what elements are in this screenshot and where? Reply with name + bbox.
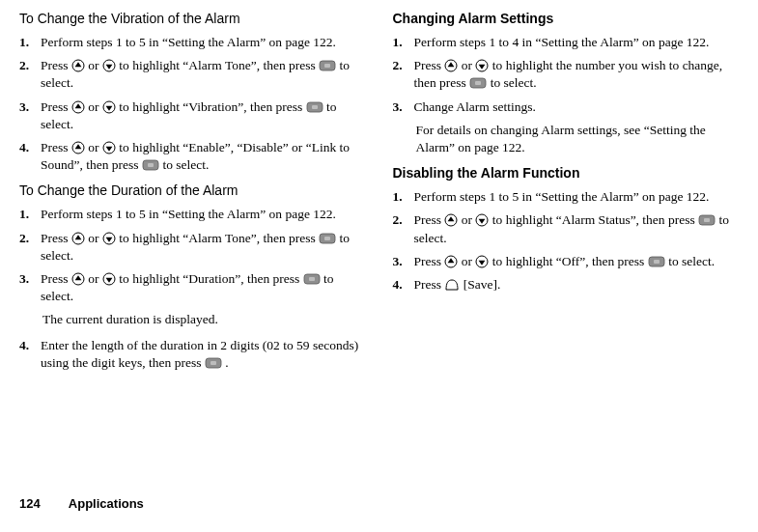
section-disabling-alarm-steps: 1.Perform steps 1 to 5 in “Setting the A… (393, 188, 740, 294)
nav-up-icon (71, 59, 85, 72)
svg-rect-7 (312, 105, 318, 109)
step-note: For details on changing Alarm settings, … (416, 122, 740, 156)
softkey-icon (444, 278, 460, 292)
nav-up-icon (71, 272, 85, 286)
step-number: 3. (393, 253, 414, 270)
nav-up-icon (444, 213, 458, 227)
nav-center-icon (469, 76, 487, 90)
nav-center-icon (303, 272, 321, 286)
step-item: 3.Press or to highlight “Off”, then pres… (393, 253, 740, 270)
step-item: 4.Press or to highlight “Enable”, “Disab… (19, 139, 366, 174)
svg-rect-19 (309, 277, 315, 281)
nav-up-icon (444, 59, 458, 72)
step-note: The current duration is displayed. (42, 311, 366, 328)
step-text: Press or to highlight “Vibration”, then … (41, 98, 366, 133)
section-disabling-alarm-title: Disabling the Alarm Function (393, 164, 740, 182)
right-column: Changing Alarm Settings 1.Perform steps … (393, 8, 740, 379)
step-text: Press or to highlight “Alarm Tone”, then… (41, 57, 366, 92)
step-text: Press [Save]. (414, 276, 740, 294)
nav-up-icon (71, 100, 85, 114)
nav-down-icon (475, 59, 489, 72)
nav-center-icon (306, 100, 323, 114)
svg-rect-21 (211, 361, 216, 365)
step-number: 3. (393, 98, 414, 116)
nav-center-icon (319, 232, 336, 245)
step-text: Enter the length of the duration in 2 di… (41, 337, 366, 372)
nav-center-icon (142, 158, 159, 172)
step-number: 4. (393, 276, 414, 294)
nav-down-icon (102, 232, 116, 245)
step-item: 2.Press or to highlight the number you w… (393, 57, 740, 92)
step-item: 1.Perform steps 1 to 5 in “Setting the A… (19, 34, 366, 51)
step-number: 4. (19, 337, 41, 354)
step-item: 4.Press [Save]. (393, 276, 740, 294)
page-footer: 124 Applications (19, 495, 144, 513)
section-change-vibration-steps: 1.Perform steps 1 to 5 in “Setting the A… (19, 34, 366, 175)
step-number: 4. (19, 139, 41, 156)
nav-down-icon (102, 272, 116, 286)
step-text: Press or to highlight “Off”, then press … (414, 253, 740, 270)
nav-down-icon (102, 59, 116, 72)
svg-rect-3 (324, 64, 330, 68)
nav-up-icon (444, 255, 458, 268)
page-number: 124 (19, 496, 41, 511)
step-number: 2. (19, 57, 41, 74)
footer-section-label: Applications (69, 496, 144, 511)
svg-rect-29 (704, 218, 710, 222)
nav-center-icon (648, 255, 665, 268)
step-text: Change Alarm settings. (414, 98, 740, 116)
section-changing-alarm-settings-title: Changing Alarm Settings (393, 10, 740, 28)
nav-center-icon (319, 59, 336, 72)
nav-down-icon (102, 141, 116, 154)
step-item: 1.Perform steps 1 to 5 in “Setting the A… (393, 188, 740, 206)
svg-rect-25 (475, 81, 481, 85)
nav-center-icon (698, 213, 716, 227)
nav-up-icon (71, 141, 85, 154)
step-text: Perform steps 1 to 5 in “Setting the Ala… (41, 34, 366, 51)
step-number: 2. (393, 57, 414, 74)
svg-rect-33 (654, 260, 660, 264)
step-item: 4.Enter the length of the duration in 2 … (19, 337, 366, 372)
step-text: Press or to highlight “Duration”, then p… (41, 270, 366, 305)
step-number: 3. (19, 270, 41, 288)
svg-rect-15 (324, 237, 330, 240)
step-number: 2. (393, 211, 414, 229)
step-text: Press or to highlight “Enable”, “Disable… (41, 139, 366, 174)
nav-down-icon (102, 100, 116, 114)
step-item: 2.Press or to highlight “Alarm Tone”, th… (19, 230, 366, 265)
nav-down-icon (475, 255, 489, 268)
step-text: Perform steps 1 to 4 in “Setting the Ala… (414, 34, 740, 51)
step-number: 3. (19, 98, 41, 116)
nav-down-icon (475, 213, 489, 227)
step-number: 1. (393, 188, 414, 206)
page: To Change the Vibration of the Alarm 1.P… (0, 0, 758, 532)
step-number: 1. (393, 34, 414, 51)
nav-center-icon (205, 356, 222, 370)
nav-up-icon (71, 232, 85, 245)
step-item: 3.Change Alarm settings. (393, 98, 740, 116)
step-item: 3.Press or to highlight “Vibration”, the… (19, 98, 366, 133)
section-changing-alarm-settings-steps: 1.Perform steps 1 to 4 in “Setting the A… (393, 34, 740, 156)
columns: To Change the Vibration of the Alarm 1.P… (19, 8, 739, 379)
section-change-duration-title: To Change the Duration of the Alarm (19, 182, 366, 200)
step-number: 1. (19, 34, 41, 51)
step-text: Press or to highlight the number you wis… (414, 57, 740, 92)
section-change-vibration-title: To Change the Vibration of the Alarm (19, 10, 366, 28)
step-text: Press or to highlight “Alarm Tone”, then… (41, 230, 366, 265)
step-text: Perform steps 1 to 5 in “Setting the Ala… (41, 206, 366, 223)
step-item: 2.Press or to highlight “Alarm Status”, … (393, 211, 740, 246)
section-change-duration-steps: 1.Perform steps 1 to 5 in “Setting the A… (19, 206, 366, 372)
step-item: 1.Perform steps 1 to 4 in “Setting the A… (393, 34, 740, 51)
step-item: 3.Press or to highlight “Duration”, then… (19, 270, 366, 305)
step-number: 1. (19, 206, 41, 223)
step-text: Press or to highlight “Alarm Status”, th… (414, 211, 740, 246)
left-column: To Change the Vibration of the Alarm 1.P… (19, 8, 366, 379)
step-number: 2. (19, 230, 41, 247)
step-text: Perform steps 1 to 5 in “Setting the Ala… (414, 188, 740, 206)
svg-rect-11 (148, 163, 154, 167)
step-item: 2.Press or to highlight “Alarm Tone”, th… (19, 57, 366, 92)
step-item: 1.Perform steps 1 to 5 in “Setting the A… (19, 206, 366, 223)
